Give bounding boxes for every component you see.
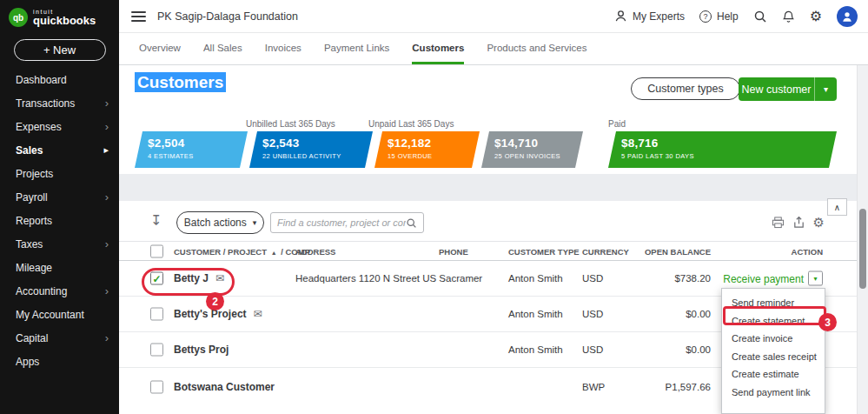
cell-currency: BWP xyxy=(582,382,605,392)
moneybar-segment-overdue[interactable]: $12,182 15 OVERDUE xyxy=(374,131,480,168)
column-customer[interactable]: CUSTOMER / PROJECT ▲ / COMP xyxy=(174,246,310,256)
customer-name-link[interactable]: Bettys Proj xyxy=(174,344,229,356)
print-icon[interactable] xyxy=(772,217,785,229)
moneybar-segment-estimates[interactable]: $2,504 4 ESTIMATES xyxy=(135,131,248,168)
tab-overview[interactable]: Overview xyxy=(139,34,181,64)
menu-item-create-sales-receipt[interactable]: Create sales receipt xyxy=(722,348,825,366)
chevron-right-icon: › xyxy=(105,238,109,250)
sidebar-item-my-accountant[interactable]: My Accountant xyxy=(0,303,119,326)
new-customer-caret-icon[interactable]: ▾ xyxy=(814,77,837,101)
chevron-right-icon: › xyxy=(105,121,109,132)
cell-customer-type: Anton Smith xyxy=(508,273,563,284)
sidebar-item-transactions[interactable]: Transactions› xyxy=(0,91,119,115)
row-checkbox[interactable] xyxy=(150,344,163,357)
cell-currency: USD xyxy=(582,344,603,355)
caret-down-icon: ▾ xyxy=(253,218,257,227)
customer-types-button[interactable]: Customer types xyxy=(631,77,740,100)
qb-logo-icon: qb xyxy=(9,8,28,27)
sidebar-item-sales[interactable]: Sales▸ xyxy=(0,138,119,162)
sidebar-item-dashboard[interactable]: Dashboard xyxy=(0,68,119,91)
new-button[interactable]: + New xyxy=(14,39,106,61)
email-icon[interactable]: ✉ xyxy=(254,308,262,320)
settings-gear-icon[interactable]: ⚙ xyxy=(810,10,822,23)
sidebar-item-capital[interactable]: Capital› xyxy=(0,326,119,350)
new-customer-button[interactable]: New customer ▾ xyxy=(739,77,837,101)
customer-name-link[interactable]: Botswana Customer xyxy=(174,381,275,393)
tab-products-and-services[interactable]: Products and Services xyxy=(487,34,586,64)
chevron-right-icon: › xyxy=(105,97,109,109)
column-open-balance[interactable]: OPEN BALANCE xyxy=(645,246,711,256)
customer-search-input[interactable] xyxy=(277,217,406,228)
export-icon[interactable] xyxy=(792,216,805,229)
menu-item-send-reminder[interactable]: Send reminder xyxy=(722,294,825,312)
column-action: ACTION xyxy=(792,246,823,256)
topbar-actions: My Experts ? Help ⚙ xyxy=(614,6,858,27)
scrollbar-thumb[interactable] xyxy=(859,209,866,289)
sidebar-item-expenses[interactable]: Expenses› xyxy=(0,115,119,138)
my-experts-button[interactable]: My Experts xyxy=(614,10,685,23)
check-icon: ✓ xyxy=(152,272,161,284)
table-toolbar: ↧ Batch actions ▾ ⚙ xyxy=(119,211,868,237)
cell-customer-type: Anton Smith xyxy=(508,344,563,355)
sidebar-item-reports[interactable]: Reports xyxy=(0,209,119,232)
tab-payment-links[interactable]: Payment Links xyxy=(324,34,389,64)
moneybar-segment-unbilled[interactable]: $2,543 22 UNBILLED ACTIVITY xyxy=(249,131,373,168)
customer-name-link[interactable]: Betty J xyxy=(174,272,209,284)
sidebar-item-payroll[interactable]: Payroll› xyxy=(0,185,119,209)
cell-open-balance: P1,597.66 xyxy=(666,382,711,392)
chevron-right-icon: › xyxy=(105,191,109,203)
receive-payment-link[interactable]: Receive payment xyxy=(723,272,804,284)
export-rows-icon[interactable]: ↧ xyxy=(150,214,162,228)
row-checkbox[interactable] xyxy=(150,308,163,321)
section-divider xyxy=(119,174,868,201)
quickbooks-label: quickbooks xyxy=(33,14,96,27)
cell-open-balance: $738.20 xyxy=(674,273,711,284)
help-icon: ? xyxy=(699,10,712,23)
hamburger-menu-icon[interactable] xyxy=(131,11,146,22)
sidebar-item-accounting[interactable]: Accounting› xyxy=(0,279,119,303)
help-button[interactable]: ? Help xyxy=(699,10,739,23)
company-name: PK Sagip-Dalaga Foundation xyxy=(157,10,298,23)
menu-item-create-invoice[interactable]: Create invoice xyxy=(722,330,825,348)
batch-actions-button[interactable]: Batch actions ▾ xyxy=(176,211,264,234)
select-all-checkbox[interactable] xyxy=(150,244,163,257)
sidebar-item-apps[interactable]: Apps xyxy=(0,350,119,373)
menu-item-send-payment-link[interactable]: Send payment link xyxy=(722,384,825,402)
sidebar-item-projects[interactable]: Projects xyxy=(0,162,119,185)
user-avatar[interactable] xyxy=(837,6,858,27)
tab-all-sales[interactable]: All Sales xyxy=(203,34,242,64)
selected-arrow-icon: ▸ xyxy=(103,144,109,156)
sidebar-item-taxes[interactable]: Taxes› xyxy=(0,232,119,256)
chevron-right-icon: › xyxy=(105,332,109,344)
collapse-panel-button[interactable]: ∧ xyxy=(827,198,847,216)
menu-item-create-statement[interactable]: Create statement xyxy=(722,312,825,331)
table-settings-gear-icon[interactable]: ⚙ xyxy=(813,216,825,229)
action-dropdown-caret[interactable]: ▾ xyxy=(808,271,823,286)
row-checkbox[interactable] xyxy=(150,380,163,393)
sidebar-item-mileage[interactable]: Mileage xyxy=(0,256,119,279)
moneybar-label-paid: Paid xyxy=(608,119,626,129)
moneybar-segment-paid[interactable]: $8,716 5 PAID LAST 30 DAYS xyxy=(608,131,837,168)
main-area: PK Sagip-Dalaga Foundation My Experts ? … xyxy=(119,0,868,414)
moneybar-segment-open-invoices[interactable]: $14,710 25 OPEN INVOICES xyxy=(481,131,583,168)
tab-invoices[interactable]: Invoices xyxy=(265,34,301,64)
column-phone[interactable]: PHONE xyxy=(439,246,468,256)
cell-open-balance: $0.00 xyxy=(686,309,711,319)
customer-search[interactable] xyxy=(270,212,424,233)
sidebar-nav: Dashboard Transactions› Expenses› Sales▸… xyxy=(0,68,119,373)
column-address[interactable]: ADDRESS xyxy=(295,246,335,256)
notifications-bell-icon[interactable] xyxy=(782,10,795,23)
column-currency[interactable]: CURRENCY xyxy=(582,246,629,256)
row-checkbox-checked[interactable]: ✓ xyxy=(150,272,163,285)
search-icon[interactable] xyxy=(753,10,767,23)
customer-name-link[interactable]: Betty's Project xyxy=(174,308,247,320)
column-customer-type[interactable]: CUSTOMER TYPE xyxy=(508,246,580,256)
vertical-scrollbar[interactable] xyxy=(857,65,868,414)
page-title: Customers xyxy=(135,73,226,92)
email-icon[interactable]: ✉ xyxy=(215,272,224,284)
avatar-person-icon xyxy=(841,10,853,23)
moneybar-label-unpaid: Unpaid Last 365 Days xyxy=(368,119,454,129)
menu-item-create-estimate[interactable]: Create estimate xyxy=(722,365,825,384)
quickbooks-logo: qb intuit quickbooks xyxy=(0,0,119,30)
tab-customers[interactable]: Customers xyxy=(412,34,464,64)
